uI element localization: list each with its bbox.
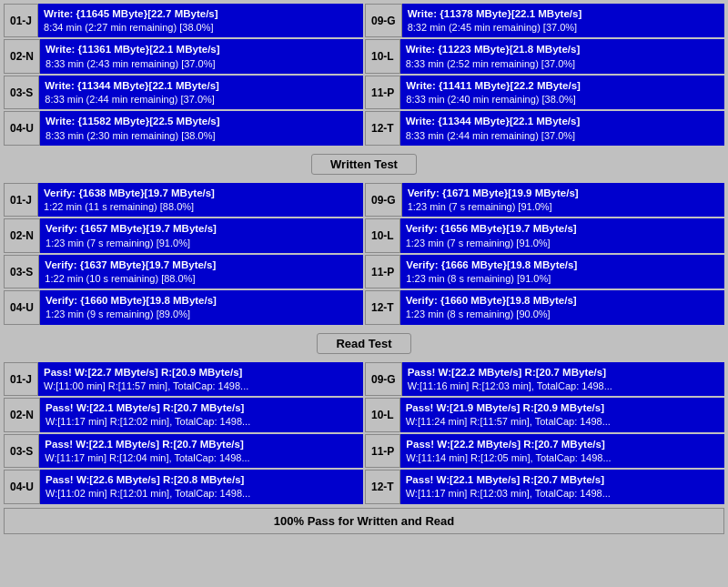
write-content-03s: Write: {11344 MByte}[22.1 MByte/s] 8:33 … <box>39 76 363 109</box>
verify-label-04u: 04-U <box>4 290 40 324</box>
verify-label-01j: 01-J <box>4 183 38 217</box>
verify-line1-09g: Verify: {1671 MByte}[19.9 MByte/s] <box>408 186 719 200</box>
verify-section: 01-J Verify: {1638 MByte}[19.7 MByte/s] … <box>4 183 724 325</box>
write-line2-03s: 8:33 min (2:44 min remaining) [37.0%] <box>45 93 358 106</box>
verify-line2-09g: 1:23 min (7 s remaining) [91.0%] <box>408 200 719 214</box>
write-line1-09g: Write: {11378 MByte}[22.1 MByte/s] <box>408 6 719 21</box>
write-row-04u: 04-U Write: {11582 MByte}[22.5 MByte/s] … <box>4 111 363 145</box>
pass-line2-09g: W:[11:16 min] R:[12:03 min], TotalCap: 1… <box>408 380 719 393</box>
pass-line1-10l: Pass! W:[21.9 MByte/s] R:[20.9 MByte/s] <box>406 400 719 415</box>
verify-row-11p: 11-P Verify: {1666 MByte}[19.8 MByte/s] … <box>365 255 724 288</box>
pass-line2-11p: W:[11:14 min] R:[12:05 min], TotalCap: 1… <box>406 451 719 465</box>
pass-content-04u: Pass! W:[22.6 MByte/s] R:[20.8 MByte/s] … <box>40 470 363 503</box>
pass-content-12t: Pass! W:[22.1 MByte/s] R:[20.7 MByte/s] … <box>400 470 724 503</box>
write-grid: 01-J Write: {11645 MByte}[22.7 MByte/s] … <box>4 4 724 146</box>
write-line1-11p: Write: {11411 MByte}[22.2 MByte/s] <box>406 78 719 93</box>
write-content-11p: Write: {11411 MByte}[22.2 MByte/s] 8:33 … <box>400 76 724 109</box>
write-content-02n: Write: {11361 MByte}[22.1 MByte/s] 8:33 … <box>40 39 363 73</box>
written-test-divider: Written Test <box>4 149 724 179</box>
pass-line1-11p: Pass! W:[22.2 MByte/s] R:[20.7 MByte/s] <box>406 437 719 451</box>
pass-content-02n: Pass! W:[22.1 MByte/s] R:[20.7 MByte/s] … <box>40 398 363 431</box>
read-test-divider: Read Test <box>4 329 724 359</box>
verify-line1-12t: Verify: {1660 MByte}[19.8 MByte/s] <box>406 293 719 308</box>
pass-line1-01j: Pass! W:[22.7 MByte/s] R:[20.9 MByte/s] <box>44 365 358 380</box>
write-row-09g: 09-G Write: {11378 MByte}[22.1 MByte/s] … <box>365 4 724 37</box>
pass-label-11p: 11-P <box>365 434 400 468</box>
verify-label-10l: 10-L <box>365 218 400 252</box>
verify-line2-02n: 1:23 min (7 s remaining) [91.0%] <box>46 237 358 250</box>
verify-line1-01j: Verify: {1638 MByte}[19.7 MByte/s] <box>44 186 358 200</box>
pass-line2-02n: W:[11:17 min] R:[12:02 min], TotalCap: 1… <box>46 415 358 429</box>
pass-content-11p: Pass! W:[22.2 MByte/s] R:[20.7 MByte/s] … <box>400 434 724 468</box>
write-content-01j: Write: {11645 MByte}[22.7 MByte/s] 8:34 … <box>38 4 363 37</box>
pass-row-02n: 02-N Pass! W:[22.1 MByte/s] R:[20.7 MByt… <box>4 398 363 431</box>
verify-content-12t: Verify: {1660 MByte}[19.8 MByte/s] 1:23 … <box>400 290 724 324</box>
verify-content-03s: Verify: {1637 MByte}[19.7 MByte/s] 1:22 … <box>39 255 363 288</box>
status-bar: 100% Pass for Written and Read <box>4 508 724 534</box>
main-container: 01-J Write: {11645 MByte}[22.7 MByte/s] … <box>0 0 728 538</box>
write-row-11p: 11-P Write: {11411 MByte}[22.2 MByte/s] … <box>365 76 724 109</box>
pass-row-03s: 03-S Pass! W:[22.1 MByte/s] R:[20.7 MByt… <box>4 434 363 468</box>
verify-content-10l: Verify: {1656 MByte}[19.7 MByte/s] 1:23 … <box>400 218 724 252</box>
write-line1-03s: Write: {11344 MByte}[22.1 MByte/s] <box>45 78 358 93</box>
verify-content-01j: Verify: {1638 MByte}[19.7 MByte/s] 1:22 … <box>38 183 363 217</box>
device-label-11p: 11-P <box>365 76 400 109</box>
verify-line2-01j: 1:22 min (11 s remaining) [88.0%] <box>44 200 358 214</box>
write-row-12t: 12-T Write: {11344 MByte}[22.1 MByte/s] … <box>365 111 724 145</box>
write-content-04u: Write: {11582 MByte}[22.5 MByte/s] 8:33 … <box>40 111 363 145</box>
verify-label-12t: 12-T <box>365 290 400 324</box>
verify-line2-11p: 1:23 min (8 s remaining) [91.0%] <box>406 272 719 286</box>
pass-line2-01j: W:[11:00 min] R:[11:57 min], TotalCap: 1… <box>44 380 358 393</box>
write-line1-12t: Write: {11344 MByte}[22.1 MByte/s] <box>406 114 719 128</box>
write-line1-10l: Write: {11223 MByte}[21.8 MByte/s] <box>406 42 719 56</box>
write-line2-11p: 8:33 min (2:40 min remaining) [38.0%] <box>406 93 719 106</box>
verify-grid: 01-J Verify: {1638 MByte}[19.7 MByte/s] … <box>4 183 724 325</box>
pass-line1-04u: Pass! W:[22.6 MByte/s] R:[20.8 MByte/s] <box>46 472 358 487</box>
pass-content-10l: Pass! W:[21.9 MByte/s] R:[20.9 MByte/s] … <box>400 398 724 431</box>
verify-label-11p: 11-P <box>365 255 400 288</box>
verify-row-10l: 10-L Verify: {1656 MByte}[19.7 MByte/s] … <box>365 218 724 252</box>
device-label-09g: 09-G <box>365 4 402 37</box>
pass-line1-03s: Pass! W:[22.1 MByte/s] R:[20.7 MByte/s] <box>45 437 358 451</box>
write-content-12t: Write: {11344 MByte}[22.1 MByte/s] 8:33 … <box>400 111 724 145</box>
pass-label-04u: 04-U <box>4 470 40 503</box>
read-test-label: Read Test <box>317 333 410 354</box>
pass-grid: 01-J Pass! W:[22.7 MByte/s] R:[20.9 MByt… <box>4 362 724 504</box>
write-line2-09g: 8:32 min (2:45 min remaining) [37.0%] <box>408 21 719 35</box>
write-row-02n: 02-N Write: {11361 MByte}[22.1 MByte/s] … <box>4 39 363 73</box>
device-label-02n: 02-N <box>4 39 40 73</box>
pass-line2-04u: W:[11:02 min] R:[12:01 min], TotalCap: 1… <box>46 487 358 501</box>
verify-label-09g: 09-G <box>365 183 402 217</box>
write-line2-04u: 8:33 min (2:30 min remaining) [38.0%] <box>46 129 358 143</box>
pass-row-12t: 12-T Pass! W:[22.1 MByte/s] R:[20.7 MByt… <box>365 470 724 503</box>
pass-label-03s: 03-S <box>4 434 39 468</box>
pass-line2-12t: W:[11:17 min] R:[12:03 min], TotalCap: 1… <box>406 487 719 501</box>
write-line1-04u: Write: {11582 MByte}[22.5 MByte/s] <box>46 114 358 128</box>
pass-content-03s: Pass! W:[22.1 MByte/s] R:[20.7 MByte/s] … <box>39 434 363 468</box>
pass-row-10l: 10-L Pass! W:[21.9 MByte/s] R:[20.9 MByt… <box>365 398 724 431</box>
pass-line1-12t: Pass! W:[22.1 MByte/s] R:[20.7 MByte/s] <box>406 472 719 487</box>
write-content-10l: Write: {11223 MByte}[21.8 MByte/s] 8:33 … <box>400 39 724 73</box>
verify-content-02n: Verify: {1657 MByte}[19.7 MByte/s] 1:23 … <box>40 218 363 252</box>
verify-row-04u: 04-U Verify: {1660 MByte}[19.8 MByte/s] … <box>4 290 363 324</box>
verify-content-11p: Verify: {1666 MByte}[19.8 MByte/s] 1:23 … <box>400 255 724 288</box>
verify-line1-02n: Verify: {1657 MByte}[19.7 MByte/s] <box>46 221 358 236</box>
device-label-10l: 10-L <box>365 39 400 73</box>
verify-row-02n: 02-N Verify: {1657 MByte}[19.7 MByte/s] … <box>4 218 363 252</box>
pass-line1-02n: Pass! W:[22.1 MByte/s] R:[20.7 MByte/s] <box>46 400 358 415</box>
pass-label-10l: 10-L <box>365 398 400 431</box>
verify-line2-10l: 1:23 min (7 s remaining) [91.0%] <box>406 237 719 250</box>
device-label-03s: 03-S <box>4 76 39 109</box>
write-section: 01-J Write: {11645 MByte}[22.7 MByte/s] … <box>4 4 724 146</box>
write-row-10l: 10-L Write: {11223 MByte}[21.8 MByte/s] … <box>365 39 724 73</box>
verify-row-03s: 03-S Verify: {1637 MByte}[19.7 MByte/s] … <box>4 255 363 288</box>
pass-section: 01-J Pass! W:[22.7 MByte/s] R:[20.9 MByt… <box>4 362 724 504</box>
write-line2-02n: 8:33 min (2:43 min remaining) [37.0%] <box>46 57 358 71</box>
device-label-04u: 04-U <box>4 111 40 145</box>
pass-content-01j: Pass! W:[22.7 MByte/s] R:[20.9 MByte/s] … <box>38 362 363 396</box>
pass-label-01j: 01-J <box>4 362 38 396</box>
verify-content-09g: Verify: {1671 MByte}[19.9 MByte/s] 1:23 … <box>402 183 724 217</box>
pass-line1-09g: Pass! W:[22.2 MByte/s] R:[20.7 MByte/s] <box>408 365 719 380</box>
write-row-01j: 01-J Write: {11645 MByte}[22.7 MByte/s] … <box>4 4 363 37</box>
pass-line2-10l: W:[11:24 min] R:[11:57 min], TotalCap: 1… <box>406 415 719 429</box>
